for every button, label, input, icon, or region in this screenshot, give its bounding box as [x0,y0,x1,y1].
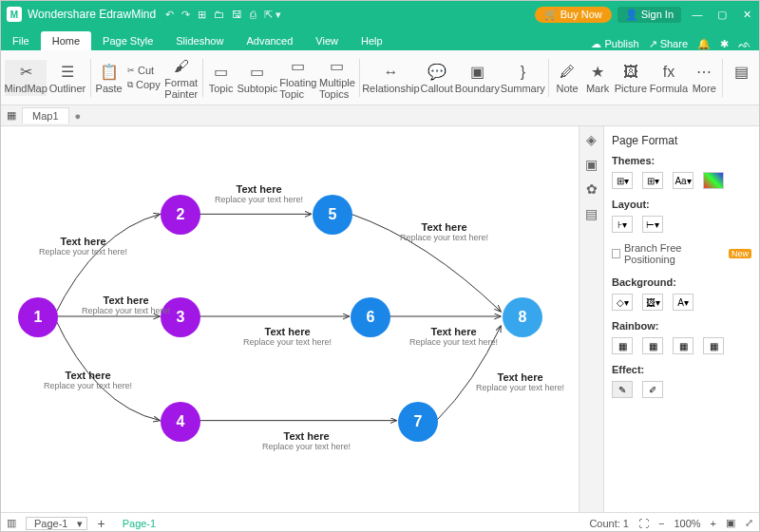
notification-icon[interactable]: 🔔 [697,38,711,50]
effect-chip[interactable]: ✐ [642,381,663,398]
floating-topic-button[interactable]: ▭Floating Topic [279,54,317,102]
relationship-button[interactable]: ↔Relationship [364,60,418,96]
tab-help[interactable]: Help [350,31,394,50]
count-label: Count: 1 [589,518,629,529]
page-tab[interactable]: Page-1 [115,518,163,529]
tab-view[interactable]: View [304,31,350,50]
node-4[interactable]: 4 [161,402,200,442]
panel-tab-style-icon[interactable]: ✿ [586,181,598,197]
rainbow-chip[interactable]: ▦ [673,337,694,354]
watermark-chip[interactable]: A▾ [673,294,694,311]
titlebar: M Wondershare EdrawMind ↶ ↷ ⊞ 🗀 🖫 ⎙ ⇱ ▾ … [1,1,759,28]
edge-label: Text hereReplace your text here! [44,370,132,390]
background-label: Background: [612,276,751,288]
open-icon[interactable]: 🗀 [214,9,224,21]
print-icon[interactable]: ⎙ [250,9,256,21]
settings-icon[interactable]: ✱ [720,38,729,50]
mark-button[interactable]: ★Mark [583,60,612,96]
cut-button[interactable]: ✂ Cut [125,64,162,77]
page-format-panel: ◈ ▣ ✿ ▤ Page Format Themes: ⊞▾ ⊞▾ Aa▾ La… [579,126,759,512]
tab-advanced[interactable]: Advanced [235,31,304,50]
panel-tab-page-icon[interactable]: ▤ [585,206,598,221]
multiple-topics-button[interactable]: ▭Multiple Topics [319,54,356,102]
edge-label: Text hereReplace your text here! [400,221,488,242]
fullscreen-icon[interactable]: ⤢ [745,517,753,529]
zoom-in-button[interactable]: + [711,518,716,529]
tab-slideshow[interactable]: Slideshow [164,31,235,50]
more-button[interactable]: ⋯More [690,60,718,96]
node-8[interactable]: 8 [503,297,542,337]
node-7[interactable]: 7 [398,402,438,442]
node-6[interactable]: 6 [351,297,390,337]
buy-now-button[interactable]: 🛒Buy Now [535,7,612,23]
tab-home[interactable]: Home [41,31,91,50]
mindmap-button[interactable]: ✂MindMap [5,60,47,96]
bg-color-chip[interactable]: ◇▾ [612,294,633,311]
subtopic-button[interactable]: ▭Subtopic [238,60,278,96]
layout-chip[interactable]: ⊦▾ [612,216,633,233]
picture-button[interactable]: 🖼Picture [614,60,648,96]
maximize-icon[interactable]: ▢ [715,9,729,21]
edge-label: Text hereReplace your text here! [262,430,351,451]
page-selector[interactable]: Page-1 [26,517,87,530]
new-icon[interactable]: ⊞ [198,9,206,21]
paste-button[interactable]: 📋Paste [94,60,124,96]
themes-label: Themes: [612,155,751,166]
share-button[interactable]: ↗ Share [649,38,688,50]
node-2[interactable]: 2 [161,195,200,235]
tab-page-style[interactable]: Page Style [91,31,164,50]
node-1[interactable]: 1 [18,297,58,337]
close-tab-icon[interactable]: ● [75,110,82,122]
panel-tab-theme-icon[interactable]: ◈ [586,132,597,147]
fit-icon[interactable]: ⛶ [638,518,649,529]
collapse-ribbon-icon[interactable]: ᨒ [738,38,751,50]
copy-button[interactable]: ⧉ Copy [125,78,162,91]
outliner-button[interactable]: ☰Outliner [48,60,86,96]
boundary-button[interactable]: ▣Boundary [455,60,499,96]
rainbow-chip[interactable]: ▦ [612,337,633,354]
align-button[interactable]: ▤ [727,60,755,96]
document-tabs: ▦ Map1 ● [1,105,759,126]
note-button[interactable]: 🖉Note [553,60,581,96]
formula-button[interactable]: fxFormula [650,60,689,96]
close-icon[interactable]: ✕ [740,9,753,21]
canvas[interactable]: 1 2 3 4 5 6 7 8 Text hereReplace your te… [1,126,579,512]
add-page-button[interactable]: + [97,516,104,531]
summary-button[interactable]: }Summary [501,60,544,96]
callout-button[interactable]: 💬Callout [420,60,454,96]
branch-free-checkbox[interactable]: Branch Free PositioningNew [612,242,751,265]
rainbow-label: Rainbow: [612,320,751,332]
effect-label: Effect: [612,364,751,375]
sign-in-button[interactable]: 👤Sign In [618,7,681,23]
bg-image-chip[interactable]: 🖼▾ [642,294,663,311]
rainbow-chip[interactable]: ▦ [642,337,663,354]
minimize-icon[interactable]: — [691,9,704,21]
edge-label: Text hereReplace your text here! [39,236,127,256]
ribbon: ✂MindMap ☰Outliner 📋Paste ✂ Cut ⧉ Copy 🖌… [1,50,759,105]
node-5[interactable]: 5 [313,195,352,235]
font-chip[interactable]: Aa▾ [673,172,694,189]
document-tab[interactable]: Map1 [22,107,69,124]
rainbow-chip[interactable]: ▦ [703,337,724,354]
app-title: Wondershare EdrawMind [28,8,156,21]
theme-chip[interactable]: ⊞▾ [642,172,663,189]
effect-chip[interactable]: ✎ [612,381,633,398]
redo-icon[interactable]: ↷ [181,9,190,21]
zoom-level: 100% [674,518,700,529]
publish-button[interactable]: ☁ Publish [591,38,638,50]
layout-chip[interactable]: ⊢▾ [642,216,663,233]
color-chip[interactable] [703,172,724,189]
topic-button[interactable]: ▭Topic [207,60,236,96]
pages-icon[interactable]: ▥ [7,517,16,529]
edge-label: Text hereReplace your text here! [409,326,498,347]
save-icon[interactable]: 🖫 [232,9,242,21]
format-painter-button[interactable]: 🖌Format Painter [164,54,199,102]
panel-tab-layout-icon[interactable]: ▣ [585,157,598,172]
export-icon[interactable]: ⇱ ▾ [264,9,281,21]
zoom-out-button[interactable]: − [658,518,664,529]
undo-icon[interactable]: ↶ [165,9,174,21]
tab-file[interactable]: File [1,31,41,50]
theme-chip[interactable]: ⊞▾ [612,172,633,189]
tab-list-icon[interactable]: ▦ [7,109,16,122]
view-mode-icon[interactable]: ▣ [726,517,735,529]
